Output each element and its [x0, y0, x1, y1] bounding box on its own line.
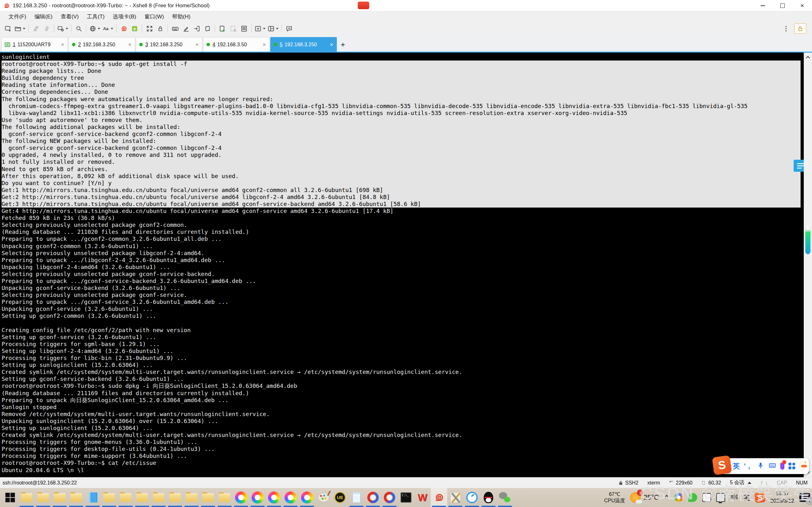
terminal-area[interactable]: sunloginclientrootroot@rootroot-X99-Turb…	[0, 53, 812, 477]
ime-ai-assistant-icon[interactable]	[799, 461, 805, 471]
tray-network-icon[interactable]	[716, 493, 725, 502]
run-script-button[interactable]	[217, 23, 228, 34]
menu-item-1[interactable]: 编辑(E)	[31, 12, 57, 21]
dropdown-arrow-icon[interactable]	[276, 28, 278, 30]
qq-window[interactable]	[480, 488, 497, 507]
folder-window[interactable]	[216, 488, 233, 507]
send-text-button[interactable]	[191, 23, 202, 34]
image-viewer-window[interactable]	[266, 488, 282, 507]
minimize-button[interactable]	[753, 0, 773, 11]
microphone-icon[interactable]	[757, 462, 764, 470]
menu-item-5[interactable]: 窗口(W)	[140, 12, 168, 21]
menu-item-2[interactable]: 查看(V)	[56, 12, 83, 21]
dropdown-arrow-icon[interactable]	[98, 28, 100, 30]
folder-window[interactable]	[134, 488, 150, 507]
qq-browser-window[interactable]	[464, 488, 480, 507]
dropdown-arrow-icon[interactable]	[23, 28, 26, 30]
menu-item-0[interactable]: 文件(F)	[4, 12, 31, 21]
session-count[interactable]: 5 会话	[730, 480, 751, 486]
notepad-window[interactable]	[348, 488, 365, 507]
terminal-app[interactable]: C:\_	[398, 488, 414, 507]
terminal-scrollbar[interactable]	[804, 53, 812, 477]
tray-expand-button[interactable]: ⌃	[664, 494, 670, 501]
tab-close-icon[interactable]: ✕	[262, 42, 266, 47]
scrollbar-thumb[interactable]	[805, 225, 810, 254]
session-tab-1[interactable]: 1115200UART9✕	[1, 37, 68, 52]
menu-item-3[interactable]: 工具(T)	[83, 12, 109, 21]
start-button[interactable]	[2, 488, 18, 507]
session-tab-5[interactable]: 5192.168.3.250✕	[270, 37, 337, 52]
xshell-window[interactable]	[431, 488, 447, 507]
dropdown-arrow-icon[interactable]	[111, 28, 113, 30]
image-viewer-window[interactable]	[249, 488, 266, 507]
paint-app[interactable]	[315, 488, 332, 507]
compose-button[interactable]	[181, 23, 191, 34]
session-properties-button[interactable]	[56, 23, 69, 34]
ebook-window[interactable]	[84, 488, 101, 507]
ime-lang-button[interactable]: 英	[733, 461, 740, 471]
dropdown-arrow-icon[interactable]	[263, 28, 265, 30]
notification-center-icon[interactable]	[799, 493, 810, 502]
ime-skin-icon[interactable]	[780, 463, 784, 469]
feedback-button[interactable]	[284, 23, 294, 34]
folder-window[interactable]	[167, 488, 183, 507]
scroll-up-arrow-icon[interactable]	[804, 53, 812, 61]
wps-app[interactable]: W	[414, 488, 431, 507]
sogou-logo-icon[interactable]: S	[712, 455, 732, 475]
ime-keyboard-icon[interactable]	[768, 462, 776, 470]
tab-close-icon[interactable]: ✕	[61, 42, 64, 47]
dropdown-arrow-icon[interactable]	[66, 28, 68, 30]
folder-window[interactable]	[150, 488, 167, 507]
disconnect-button[interactable]	[31, 23, 41, 34]
virtual-keyboard-button[interactable]	[170, 23, 181, 34]
stop-script-button[interactable]	[228, 23, 239, 34]
close-button[interactable]	[792, 0, 812, 11]
encoding-button[interactable]	[88, 23, 101, 34]
session-tab-4[interactable]: 4192.168.3.50✕	[203, 37, 270, 52]
xftp-transfer-button[interactable]: e	[129, 23, 140, 34]
tab-close-icon[interactable]: ✕	[329, 42, 334, 47]
script-button[interactable]	[202, 23, 213, 34]
ime-toolbox-icon[interactable]	[789, 463, 795, 469]
ime-punct-button[interactable]: ’，	[744, 461, 753, 471]
reconnect-button[interactable]	[41, 23, 52, 34]
new-session-button[interactable]	[3, 23, 13, 34]
folder-window[interactable]	[18, 488, 35, 507]
volume-icon[interactable]	[730, 493, 739, 502]
new-tab-button[interactable]	[253, 23, 266, 34]
folder-window[interactable]	[51, 488, 68, 507]
weather-widget[interactable]: 1 25°C	[630, 492, 659, 503]
session-tab-2[interactable]: 2192.168.3.250✕	[68, 37, 135, 52]
recorder-window[interactable]	[365, 488, 381, 507]
folder-window[interactable]	[101, 488, 117, 507]
find-button[interactable]	[73, 23, 84, 34]
tab-close-icon[interactable]: ✕	[128, 42, 132, 47]
folder-window[interactable]	[117, 488, 134, 507]
clock[interactable]: 18:37 2025/3/12	[770, 491, 794, 504]
screen-lock-button[interactable]	[794, 23, 806, 34]
tab-layout-button[interactable]	[266, 23, 280, 34]
image-viewer-window[interactable]	[233, 488, 249, 507]
toolbar-more-button[interactable]: ⋮	[781, 25, 791, 32]
new-tab-button[interactable]: +	[338, 40, 349, 52]
tray-chat-icon[interactable]	[674, 493, 683, 502]
session-tab-3[interactable]: 3192.168.3.250✕	[136, 37, 202, 52]
recorder-window[interactable]	[381, 488, 398, 507]
xagent-button[interactable]	[118, 23, 129, 34]
ultraedit-app[interactable]: UE	[332, 488, 348, 507]
sogou-tray-icon[interactable]: S	[755, 492, 766, 503]
font-button[interactable]: Aa	[101, 23, 114, 34]
folder-window[interactable]	[35, 488, 51, 507]
fullscreen-button[interactable]	[144, 23, 155, 34]
tab-close-icon[interactable]: ✕	[195, 42, 199, 47]
folder-window[interactable]	[200, 488, 216, 507]
tray-keyboard-icon[interactable]	[702, 493, 711, 502]
maximize-button[interactable]	[773, 0, 792, 11]
image-viewer-window[interactable]	[299, 488, 315, 507]
menu-item-6[interactable]: 帮助(H)	[168, 12, 195, 21]
tray-bird-icon[interactable]	[688, 493, 697, 502]
lock-screen-button[interactable]	[155, 23, 165, 34]
tools-app[interactable]	[447, 488, 464, 507]
open-sessions-button[interactable]	[13, 23, 26, 34]
menu-item-4[interactable]: 选项卡(B)	[109, 12, 141, 21]
